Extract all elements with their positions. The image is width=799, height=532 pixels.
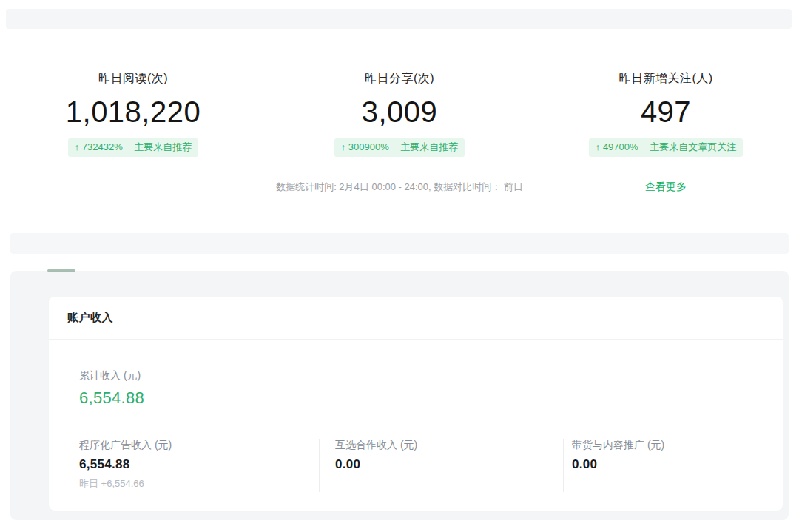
card-header: 账户收入 [49,297,783,340]
view-more-link[interactable]: 查看更多 [645,181,687,192]
stat-card-new-followers: 昨日新增关注(人) 497 ↑ 49700% 主要来自文章页关注 查看更多 [533,71,799,195]
income-value: 0.00 [572,457,783,472]
income-item-content-promotion: 带货与内容推广 (元) 0.00 [563,439,783,492]
stat-label: 昨日阅读(次) [0,71,266,87]
trend-source-note: 主要来自推荐 [400,141,458,152]
stat-value: 497 [533,95,799,128]
stat-card-shares: 昨日分享(次) 3,009 ↑ 300900% 主要来自推荐 数据统计时间: 2… [266,71,533,195]
income-breakdown-row: 程序化广告收入 (元) 6,554.88 昨日 +6,554.66 互选合作收入… [49,439,783,492]
income-label: 互选合作收入 (元) [335,439,563,452]
total-income-label: 累计收入 (元) [79,369,783,383]
trend-badge: ↑ 300900% 主要来自推荐 [334,138,465,157]
trend-up-percent: ↑ 300900% [341,141,389,152]
income-value: 6,554.88 [79,457,319,472]
stat-footer-empty [0,181,266,195]
top-toolbar-strip [6,9,792,29]
account-income-card: 账户收入 累计收入 (元) 6,554.88 程序化广告收入 (元) 6,554… [49,297,783,511]
income-item-mutual-selection: 互选合作收入 (元) 0.00 [319,439,563,492]
stats-time-note: 数据统计时间: 2月4日 00:00 - 24:00, 数据对比时间： 前日 [266,181,533,195]
income-value: 0.00 [335,457,563,472]
stat-card-reads: 昨日阅读(次) 1,018,220 ↑ 732432% 主要来自推荐 [0,71,266,195]
card-body: 累计收入 (元) 6,554.88 程序化广告收入 (元) 6,554.88 昨… [49,340,783,492]
income-label: 程序化广告收入 (元) [79,439,319,452]
active-tab-underline [47,269,75,272]
yesterday-stats-section: 昨日阅读(次) 1,018,220 ↑ 732432% 主要来自推荐 昨日分享(… [0,71,799,195]
card-title: 账户收入 [67,311,113,325]
stat-footer: 查看更多 [533,181,799,195]
dashboard-page: 昨日阅读(次) 1,018,220 ↑ 732432% 主要来自推荐 昨日分享(… [0,0,799,532]
trend-source-note: 主要来自文章页关注 [650,141,736,152]
section-divider-strip [10,233,789,254]
stat-value: 1,018,220 [0,95,266,128]
stat-value: 3,009 [266,95,533,128]
income-panel: 账户收入 累计收入 (元) 6,554.88 程序化广告收入 (元) 6,554… [10,271,789,520]
income-label: 带货与内容推广 (元) [572,439,783,452]
trend-source-note: 主要来自推荐 [134,141,192,152]
stat-label: 昨日分享(次) [266,71,533,87]
income-item-programmatic-ads: 程序化广告收入 (元) 6,554.88 昨日 +6,554.66 [49,439,319,492]
trend-up-percent: ↑ 49700% [596,141,638,152]
income-yesterday-delta: 昨日 +6,554.66 [79,477,319,491]
total-income-value: 6,554.88 [79,388,783,408]
trend-badge: ↑ 732432% 主要来自推荐 [68,138,199,157]
stat-label: 昨日新增关注(人) [533,71,799,87]
trend-up-percent: ↑ 732432% [75,141,123,152]
trend-badge: ↑ 49700% 主要来自文章页关注 [589,138,743,157]
total-income-block: 累计收入 (元) 6,554.88 [49,369,783,408]
